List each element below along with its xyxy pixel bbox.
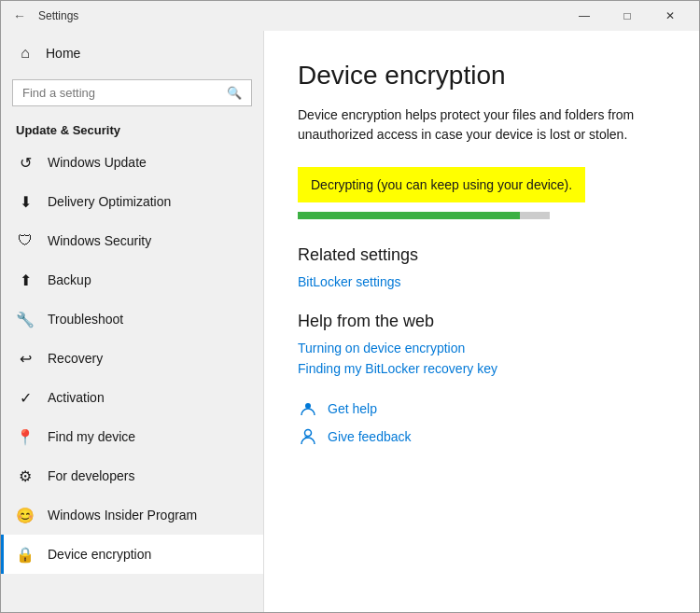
delivery-optimization-label: Delivery Optimization — [48, 194, 171, 209]
search-input[interactable] — [22, 86, 219, 100]
main-content: ⌂ Home 🔍 Update & Security ↺ Windows Upd… — [1, 31, 699, 612]
help-link-1[interactable]: Turning on device encryption — [298, 341, 665, 355]
windows-security-label: Windows Security — [48, 233, 151, 248]
sidebar-section-title: Update & Security — [1, 114, 263, 143]
find-my-device-icon: 📍 — [16, 427, 35, 446]
give-feedback-item[interactable]: Give feedback — [298, 426, 665, 447]
get-help-icon — [298, 398, 318, 419]
home-label: Home — [46, 46, 80, 61]
get-help-label[interactable]: Get help — [328, 401, 377, 416]
search-box[interactable]: 🔍 — [12, 79, 252, 106]
sidebar-item-recovery[interactable]: ↩ Recovery — [1, 339, 263, 378]
sidebar-item-troubleshoot[interactable]: 🔧 Troubleshoot — [1, 300, 263, 339]
sidebar-item-home[interactable]: ⌂ Home — [1, 31, 263, 76]
sidebar-item-windows-insider[interactable]: 😊 Windows Insider Program — [1, 495, 263, 535]
titlebar: ← Settings — □ ✕ — [1, 1, 699, 31]
device-encryption-icon: 🔒 — [16, 545, 35, 564]
windows-insider-icon: 😊 — [16, 506, 35, 524]
get-help-item[interactable]: Get help — [298, 398, 665, 419]
troubleshoot-icon: 🔧 — [16, 310, 35, 328]
sidebar: ⌂ Home 🔍 Update & Security ↺ Windows Upd… — [1, 31, 264, 612]
sidebar-item-delivery-optimization[interactable]: ⬇ Delivery Optimization — [1, 182, 263, 221]
sidebar-item-windows-update[interactable]: ↺ Windows Update — [1, 143, 263, 182]
sidebar-item-activation[interactable]: ✓ Activation — [1, 378, 263, 417]
decrypt-status-text: Decrypting (you can keep using your devi… — [311, 177, 572, 192]
troubleshoot-label: Troubleshoot — [48, 312, 123, 327]
sidebar-item-backup[interactable]: ⬆ Backup — [1, 260, 263, 300]
windows-update-icon: ↺ — [16, 153, 35, 172]
help-link-2[interactable]: Finding my BitLocker recovery key — [298, 361, 665, 376]
content-description: Device encryption helps protect your fil… — [298, 105, 665, 145]
activation-icon: ✓ — [16, 388, 35, 407]
back-button[interactable]: ← — [8, 5, 31, 27]
close-button[interactable]: ✕ — [649, 1, 692, 31]
for-developers-icon: ⚙ — [16, 467, 35, 485]
delivery-optimization-icon: ⬇ — [16, 192, 35, 211]
find-my-device-label: Find my device — [48, 429, 135, 444]
backup-label: Backup — [48, 272, 91, 287]
give-feedback-label[interactable]: Give feedback — [328, 429, 412, 444]
windows-insider-label: Windows Insider Program — [48, 508, 197, 522]
settings-window: ← Settings — □ ✕ ⌂ Home 🔍 Update & Secur… — [0, 0, 700, 613]
recovery-icon: ↩ — [16, 349, 35, 368]
titlebar-controls: — □ ✕ — [563, 1, 692, 31]
titlebar-left: ← Settings — [8, 5, 78, 27]
help-section: Help from the web Turning on device encr… — [298, 312, 665, 376]
content-area: Device encryption Device encryption help… — [264, 31, 699, 612]
backup-icon: ⬆ — [16, 271, 35, 289]
recovery-label: Recovery — [48, 351, 103, 366]
maximize-button[interactable]: □ — [606, 1, 649, 31]
help-heading: Help from the web — [298, 312, 665, 331]
sidebar-item-for-developers[interactable]: ⚙ For developers — [1, 456, 263, 495]
related-settings-heading: Related settings — [298, 245, 665, 265]
progress-bar-fill — [298, 212, 520, 219]
home-icon: ⌂ — [16, 44, 35, 63]
svg-point-1 — [305, 430, 312, 437]
decrypt-status-box: Decrypting (you can keep using your devi… — [298, 167, 585, 202]
progress-bar-container — [298, 212, 550, 219]
titlebar-title: Settings — [38, 9, 78, 22]
bitlocker-settings-link[interactable]: BitLocker settings — [298, 274, 665, 289]
device-encryption-label: Device encryption — [48, 547, 151, 562]
for-developers-label: For developers — [48, 468, 134, 483]
related-settings-section: Related settings BitLocker settings — [298, 245, 665, 289]
svg-point-0 — [305, 403, 311, 409]
page-title: Device encryption — [298, 61, 665, 91]
sidebar-item-device-encryption[interactable]: 🔒 Device encryption — [1, 535, 263, 574]
activation-label: Activation — [48, 390, 105, 405]
sidebar-item-find-my-device[interactable]: 📍 Find my device — [1, 417, 263, 456]
minimize-button[interactable]: — — [563, 1, 606, 31]
windows-update-label: Windows Update — [48, 155, 147, 170]
give-feedback-icon — [298, 426, 318, 447]
sidebar-item-windows-security[interactable]: 🛡 Windows Security — [1, 221, 263, 260]
windows-security-icon: 🛡 — [16, 231, 35, 250]
search-icon: 🔍 — [227, 86, 242, 100]
